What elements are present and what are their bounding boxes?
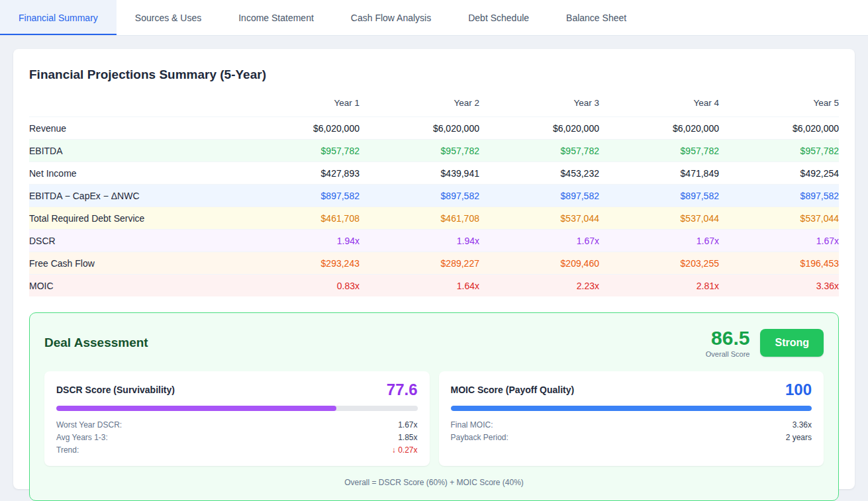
cell-value: $897,582 <box>360 185 479 207</box>
cell-value: 1.94x <box>240 230 360 252</box>
cell-value: $196,453 <box>719 252 839 275</box>
overall-score-group: 86.5 Overall Score Strong <box>706 328 824 358</box>
column-header: Year 3 <box>479 90 599 117</box>
column-header: Year 2 <box>360 90 479 117</box>
tab-cash-flow-analysis[interactable]: Cash Flow Analysis <box>332 0 450 35</box>
score-progress-bar <box>56 406 418 411</box>
cell-value: $471,849 <box>599 162 719 185</box>
summary-table-body: Revenue$6,020,000$6,020,000$6,020,000$6,… <box>29 117 839 297</box>
metric-row: Final MOIC:3.36x <box>451 419 812 432</box>
cell-value: 1.67x <box>479 230 599 252</box>
score-card-header: DSCR Score (Survivability)77.6 <box>56 381 418 399</box>
summary-table: Year 1Year 2Year 3Year 4Year 5 Revenue$6… <box>29 90 839 296</box>
score-progress-bar <box>451 406 812 411</box>
overall-score-label: Overall Score <box>706 350 750 358</box>
cell-value: $897,582 <box>719 185 839 207</box>
table-row: Total Required Debt Service$461,708$461,… <box>29 207 839 230</box>
summary-table-head-row: Year 1Year 2Year 3Year 4Year 5 <box>29 90 839 117</box>
overall-score-block: 86.5 Overall Score <box>706 328 750 358</box>
table-row: EBITDA − CapEx − ΔNWC$897,582$897,582$89… <box>29 185 839 207</box>
score-progress-fill <box>56 406 336 411</box>
cell-value: $537,044 <box>599 207 719 230</box>
cell-value: 2.81x <box>599 275 719 297</box>
cell-value: 1.64x <box>360 275 479 297</box>
cell-value: $957,782 <box>599 140 719 162</box>
column-header-label <box>29 90 240 117</box>
cell-value: $6,020,000 <box>719 117 839 140</box>
assessment-footer-note: Overall = DSCR Score (60%) + MOIC Score … <box>44 478 824 487</box>
cell-value: $293,243 <box>240 252 360 275</box>
cell-value: $6,020,000 <box>599 117 719 140</box>
score-card: DSCR Score (Survivability)77.6Worst Year… <box>44 371 430 466</box>
tab-debt-schedule[interactable]: Debt Schedule <box>450 0 548 35</box>
cell-value: 1.67x <box>719 230 839 252</box>
tab-balance-sheet[interactable]: Balance Sheet <box>548 0 645 35</box>
row-label: DSCR <box>29 230 240 252</box>
cell-value: $289,227 <box>360 252 479 275</box>
deal-assessment-title: Deal Assessment <box>44 336 148 350</box>
tab-bar: Financial SummarySources & UsesIncome St… <box>0 0 868 36</box>
column-header: Year 1 <box>240 90 360 117</box>
cell-value: $492,254 <box>719 162 839 185</box>
cell-value: $461,708 <box>240 207 360 230</box>
cell-value: $461,708 <box>360 207 479 230</box>
cell-value: $537,044 <box>479 207 599 230</box>
cell-value: $6,020,000 <box>240 117 360 140</box>
row-label: EBITDA <box>29 140 240 162</box>
deal-assessment-panel: Deal Assessment 86.5 Overall Score Stron… <box>29 312 839 501</box>
cell-value: $957,782 <box>479 140 599 162</box>
cell-value: $957,782 <box>360 140 479 162</box>
cell-value: $453,232 <box>479 162 599 185</box>
metric-label: Avg Years 1-3: <box>56 433 108 442</box>
overall-score-value: 86.5 <box>706 328 750 349</box>
cell-value: 2.23x <box>479 275 599 297</box>
cell-value: $957,782 <box>719 140 839 162</box>
row-label: Revenue <box>29 117 240 140</box>
tab-financial-summary[interactable]: Financial Summary <box>0 0 117 35</box>
metric-row: Payback Period:2 years <box>451 432 812 444</box>
row-label: Free Cash Flow <box>29 252 240 275</box>
cell-value: 1.94x <box>360 230 479 252</box>
row-label: MOIC <box>29 275 240 297</box>
row-label: Net Income <box>29 162 240 185</box>
cell-value: $6,020,000 <box>479 117 599 140</box>
column-header: Year 5 <box>719 90 839 117</box>
cell-value: $897,582 <box>240 185 360 207</box>
metric-label: Final MOIC: <box>451 420 493 430</box>
score-progress-fill <box>451 406 812 411</box>
page-title: Financial Projections Summary (5-Year) <box>29 68 839 82</box>
metric-label: Worst Year DSCR: <box>56 420 122 430</box>
cell-value: $537,044 <box>719 207 839 230</box>
metric-value: 1.85x <box>398 433 417 442</box>
cell-value: $427,893 <box>240 162 360 185</box>
metric-row: Trend:↓ 0.27x <box>56 444 418 457</box>
deal-assessment-header: Deal Assessment 86.5 Overall Score Stron… <box>44 328 824 358</box>
metric-label: Trend: <box>56 445 79 455</box>
rating-badge: Strong <box>760 329 824 357</box>
table-row: DSCR1.94x1.94x1.67x1.67x1.67x <box>29 230 839 252</box>
row-label: Total Required Debt Service <box>29 207 240 230</box>
score-card-title: DSCR Score (Survivability) <box>56 385 175 395</box>
table-row: Net Income$427,893$439,941$453,232$471,8… <box>29 162 839 185</box>
financial-summary-card: Financial Projections Summary (5-Year) Y… <box>13 49 855 489</box>
table-row: MOIC0.83x1.64x2.23x2.81x3.36x <box>29 275 839 297</box>
tab-sources-uses[interactable]: Sources & Uses <box>117 0 220 35</box>
metric-row: Avg Years 1-3:1.85x <box>56 432 418 444</box>
score-card-value: 77.6 <box>387 381 418 399</box>
score-cards: DSCR Score (Survivability)77.6Worst Year… <box>44 371 824 466</box>
cell-value: 0.83x <box>240 275 360 297</box>
score-card: MOIC Score (Payoff Quality)100Final MOIC… <box>439 371 824 466</box>
score-card-title: MOIC Score (Payoff Quality) <box>451 385 575 395</box>
table-row: EBITDA$957,782$957,782$957,782$957,782$9… <box>29 140 839 162</box>
cell-value: $439,941 <box>360 162 479 185</box>
column-header: Year 4 <box>599 90 719 117</box>
cell-value: $6,020,000 <box>360 117 479 140</box>
metric-value: 3.36x <box>793 420 812 430</box>
cell-value: $897,582 <box>599 185 719 207</box>
metric-row: Worst Year DSCR:1.67x <box>56 419 418 432</box>
tab-income-statement[interactable]: Income Statement <box>220 0 332 35</box>
row-label: EBITDA − CapEx − ΔNWC <box>29 185 240 207</box>
metric-value: 1.67x <box>398 420 417 430</box>
cell-value: $957,782 <box>240 140 360 162</box>
score-card-header: MOIC Score (Payoff Quality)100 <box>451 381 812 399</box>
